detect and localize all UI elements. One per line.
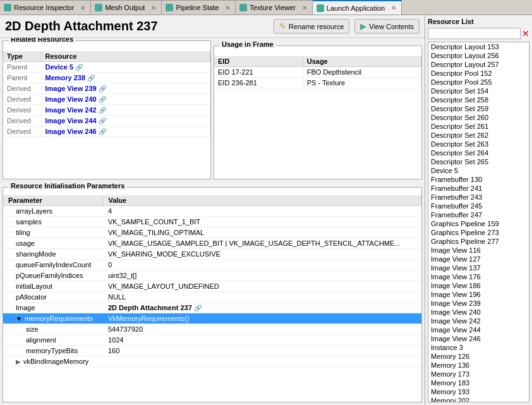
resource-list-item[interactable]: Memory 136 <box>428 361 529 370</box>
resource-list-item[interactable]: Descriptor Set 260 <box>428 113 529 122</box>
related-resource-cell[interactable]: Image View 242 🔗 <box>41 105 210 116</box>
resource-list-item[interactable]: Image View 137 <box>428 263 529 272</box>
resource-list-item[interactable]: Descriptor Set 261 <box>428 122 529 131</box>
resource-list-item[interactable]: Image View 240 <box>428 308 529 317</box>
resource-list-item[interactable]: Image View 116 <box>428 246 529 255</box>
expand-icon[interactable]: ▼ <box>16 315 22 322</box>
related-resource-cell[interactable]: Image View 244 🔗 <box>41 116 210 126</box>
params-table-row[interactable]: ▶vkBindImageMemory <box>3 356 421 367</box>
params-param-cell: pAllocator <box>3 292 103 303</box>
related-table-row[interactable]: Derived Image View 239 🔗 <box>3 83 210 94</box>
related-resource-cell[interactable]: Image View 240 🔗 <box>41 94 210 105</box>
resource-list-item[interactable]: Descriptor Set 262 <box>428 131 529 140</box>
resource-list-item[interactable]: Image View 176 <box>428 272 529 281</box>
params-table-row[interactable]: tilingVK_IMAGE_TILING_OPTIMAL <box>3 227 421 238</box>
resource-list-item[interactable]: Memory 126 <box>428 352 529 361</box>
resource-list-item[interactable]: Image View 186 <box>428 281 529 290</box>
resource-list-item[interactable]: Image View 196 <box>428 290 529 299</box>
usage-table-row[interactable]: EID 236-281 PS - Texture <box>214 78 421 88</box>
usage-table-row[interactable]: EID 17-221 FBO Depthstencil <box>214 67 421 78</box>
resource-list-item[interactable]: Device 5 <box>428 166 529 175</box>
link-icon[interactable]: 🔗 <box>99 85 106 92</box>
resource-list-item[interactable]: Framebuffer 245 <box>428 202 529 210</box>
params-table-row[interactable]: usageVK_IMAGE_USAGE_SAMPLED_BIT | VK_IMA… <box>3 238 421 249</box>
resource-list-item[interactable]: Memory 202 <box>428 396 529 402</box>
resource-list-item[interactable]: Descriptor Set 265 <box>428 157 529 166</box>
resource-list-item[interactable]: Descriptor Set 264 <box>428 148 529 157</box>
resource-list-item[interactable]: Image View 244 <box>428 325 529 334</box>
link-icon[interactable]: 🔗 <box>99 107 106 114</box>
resource-list-item[interactable]: Image View 239 <box>428 299 529 308</box>
tab-close-mesh-output[interactable]: ✕ <box>150 4 157 11</box>
resource-list-item[interactable]: Descriptor Pool 255 <box>428 78 529 87</box>
related-table-row[interactable]: Parent Device 5 🔗 <box>3 62 210 73</box>
related-resource-cell[interactable]: Device 5 🔗 <box>41 62 210 73</box>
related-resources-title: Related Resources <box>8 38 76 43</box>
params-table-row[interactable]: pQueueFamilyIndicesuint32_t[] <box>3 270 421 281</box>
params-table-row[interactable]: ▼memoryRequirementsVkMemoryRequirements(… <box>3 313 421 324</box>
params-table-row[interactable]: memoryTypeBits160 <box>3 346 421 356</box>
resource-list-item[interactable]: Descriptor Set 258 <box>428 95 529 104</box>
link-icon[interactable]: 🔗 <box>75 64 83 71</box>
resource-list-item[interactable]: Instance 3 <box>428 343 529 352</box>
tab-close-pipeline-state[interactable]: ✕ <box>224 4 231 11</box>
resource-list-item[interactable]: Memory 173 <box>428 370 529 378</box>
resource-list-item[interactable]: Framebuffer 247 <box>428 210 529 219</box>
link-icon[interactable]: 🔗 <box>99 128 106 135</box>
resource-list-item[interactable]: Descriptor Pool 152 <box>428 69 529 78</box>
clear-search-button[interactable]: ✕ <box>522 29 529 38</box>
resource-list-item[interactable]: Descriptor Set 263 <box>428 140 529 148</box>
related-resource-cell[interactable]: Image View 239 🔗 <box>41 83 210 94</box>
params-table-row[interactable]: size544737920 <box>3 324 421 335</box>
resource-list-item[interactable]: Graphics Pipeline 273 <box>428 228 529 237</box>
params-table-row[interactable]: Image2D Depth Attachment 237 🔗 <box>3 303 421 313</box>
resource-list-item[interactable]: Descriptor Layout 257 <box>428 60 529 69</box>
link-icon[interactable]: 🔗 <box>99 118 106 124</box>
params-table-row[interactable]: sharingModeVK_SHARING_MODE_EXCLUSIVE <box>3 249 421 260</box>
resource-list-item[interactable]: Descriptor Layout 256 <box>428 51 529 60</box>
tab-close-texture-viewer[interactable]: ✕ <box>301 4 308 11</box>
rename-resource-button[interactable]: ✎ Rename resource <box>274 19 349 33</box>
resource-search-input[interactable] <box>428 28 521 39</box>
params-table-row[interactable]: initialLayoutVK_IMAGE_LAYOUT_UNDEFINED <box>3 281 421 292</box>
resource-list[interactable]: Descriptor Layout 153Descriptor Layout 2… <box>428 42 529 402</box>
tab-mesh-output[interactable]: Mesh Output ✕ <box>91 0 162 15</box>
related-table-row[interactable]: Derived Image View 242 🔗 <box>3 105 210 116</box>
tab-close-launch-application[interactable]: ✕ <box>390 4 397 11</box>
expand-icon[interactable]: ▶ <box>16 358 21 365</box>
resource-list-item[interactable]: Memory 183 <box>428 378 529 387</box>
resource-list-item[interactable]: Descriptor Set 154 <box>428 87 529 95</box>
params-table-row[interactable]: arrayLayers4 <box>3 206 421 217</box>
link-icon[interactable]: 🔗 <box>194 305 202 311</box>
tab-texture-viewer[interactable]: Texture Viewer ✕ <box>236 0 313 15</box>
params-table-wrapper[interactable]: Parameter Value arrayLayers4samplesVK_SA… <box>3 188 421 402</box>
related-table-row[interactable]: Parent Memory 238 🔗 <box>3 73 210 83</box>
resource-list-item[interactable]: Memory 193 <box>428 387 529 396</box>
link-icon[interactable]: 🔗 <box>87 75 95 82</box>
related-resource-cell[interactable]: Image View 246 🔗 <box>41 126 210 137</box>
params-table-row[interactable]: pAllocatorNULL <box>3 292 421 303</box>
resource-list-item[interactable]: Image View 242 <box>428 317 529 325</box>
view-contents-button[interactable]: ▶ View Contents <box>354 19 420 33</box>
params-table-row[interactable]: samplesVK_SAMPLE_COUNT_1_BIT <box>3 217 421 227</box>
params-table-row[interactable]: queueFamilyIndexCount0 <box>3 260 421 270</box>
resource-list-item[interactable]: Descriptor Layout 153 <box>428 42 529 51</box>
params-table-row[interactable]: alignment1024 <box>3 335 421 346</box>
related-table-row[interactable]: Derived Image View 246 🔗 <box>3 126 210 137</box>
resource-list-item[interactable]: Graphics Pipeline 159 <box>428 219 529 228</box>
resource-list-item[interactable]: Framebuffer 241 <box>428 184 529 193</box>
tab-close-resource-inspector[interactable]: ✕ <box>79 4 87 11</box>
related-table-row[interactable]: Derived Image View 244 🔗 <box>3 116 210 126</box>
tab-resource-inspector[interactable]: Resource Inspector ✕ <box>0 0 91 15</box>
tab-pipeline-state[interactable]: Pipeline State ✕ <box>162 0 236 15</box>
tab-launch-application[interactable]: Launch Application ✕ <box>313 0 402 15</box>
resource-list-item[interactable]: Descriptor Set 259 <box>428 104 529 113</box>
resource-list-item[interactable]: Framebuffer 243 <box>428 193 529 202</box>
related-table-row[interactable]: Derived Image View 240 🔗 <box>3 94 210 105</box>
resource-list-item[interactable]: Framebuffer 130 <box>428 175 529 184</box>
resource-list-item[interactable]: Image View 246 <box>428 334 529 343</box>
resource-list-item[interactable]: Graphics Pipeline 277 <box>428 237 529 246</box>
resource-list-item[interactable]: Image View 127 <box>428 255 529 263</box>
link-icon[interactable]: 🔗 <box>99 96 106 103</box>
related-resource-cell[interactable]: Memory 238 🔗 <box>41 73 210 83</box>
